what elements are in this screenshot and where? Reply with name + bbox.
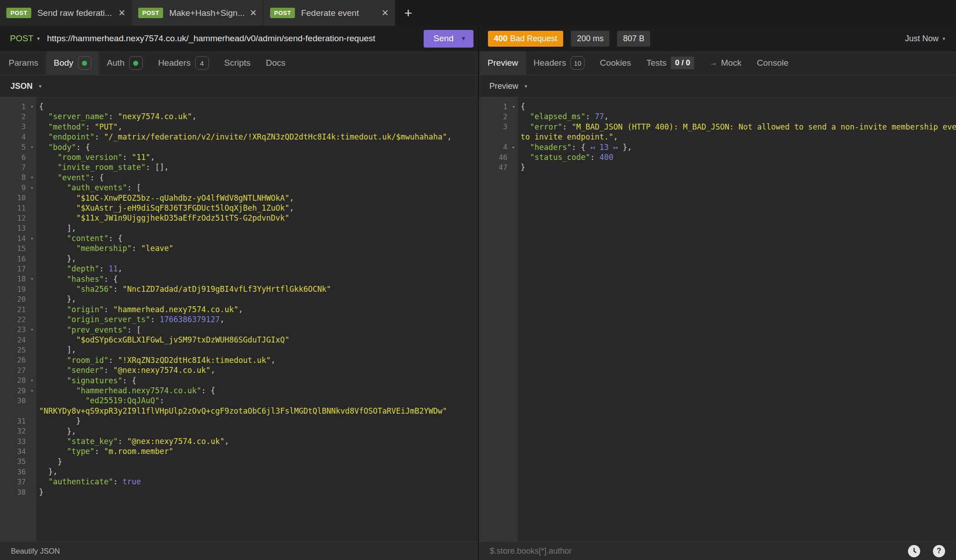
gutter: 5▾ [0,143,36,151]
new-tab-button[interactable]: + [396,0,421,26]
line-number: 23 [0,325,28,334]
line-number: 1 [0,102,28,111]
request-tab-make-hash-sign[interactable]: POST Make+Hash+Sign... ✕ [132,0,264,26]
code-text: { [36,101,43,111]
tab-scripts[interactable]: Scripts [217,51,258,75]
code-line: 29▾ "hammerhead.nexy7574.co.uk": { [0,386,478,396]
green-dot-icon [133,61,138,66]
code-text: } [36,416,81,426]
response-timestamp-dropdown[interactable]: Just Now ▾ [905,34,945,43]
code-text: "signatures": { [36,376,136,386]
tab-title: Send raw federati... [37,8,114,18]
gutter: 26 [0,356,36,364]
beautify-json-button[interactable]: Beautify JSON [11,547,60,555]
send-label: Send [434,34,454,43]
line-number: 4 [479,143,509,151]
code-line: 27 "sender": "@nex:nexy7574.co.uk", [0,365,478,375]
tab-title: Federate event [301,8,377,18]
tab-auth[interactable]: Auth [99,51,150,75]
tab-response-headers[interactable]: Headers 10 [526,51,593,75]
send-button[interactable]: Send ▼ [424,30,473,48]
preview-mode-selector[interactable]: Preview ▾ [479,75,956,97]
gutter: 2 [0,112,36,121]
line-number: 3 [479,122,509,131]
fold-toggle-icon[interactable]: ▾ [28,185,36,191]
code-line: 2 "server_name": "nexy7574.co.uk", [0,111,478,121]
code-line: 24 "$odSYp6cxGBLX1FGwL_jvSM97txDzWUH86SG… [0,335,478,345]
fold-toggle-icon[interactable]: ▾ [28,236,36,241]
history-clock-icon[interactable] [908,545,920,557]
code-line: 30 "ed25519:QqJAuQ": [0,396,478,406]
fold-toggle-icon[interactable]: ▾ [28,144,36,150]
code-line: 15 "membership": "leave" [0,243,478,253]
line-number: 46 [479,153,509,162]
help-icon[interactable]: ? [933,545,945,557]
gutter: 21 [0,305,36,314]
tab-preview[interactable]: Preview [480,51,526,75]
fold-toggle-icon[interactable]: ▾ [28,104,36,110]
line-number: 17 [0,265,28,273]
code-line: 11 "$XuAstr_j-eH9diSqF8J6T3FGDUct5lOqXjB… [0,203,478,213]
tab-mock[interactable]: → Mock [702,51,749,75]
body-type-selector[interactable]: JSON ▾ [0,75,478,97]
gutter: 1▾ [479,102,518,111]
close-icon[interactable]: ✕ [381,8,389,18]
code-text: "hashes": { [36,274,118,284]
tab-docs[interactable]: Docs [258,51,293,75]
gutter: 2 [479,112,518,121]
line-number: 10 [0,193,28,202]
gutter: 4▸ [479,143,518,151]
fold-toggle-icon[interactable]: ▾ [28,388,36,394]
line-number: 22 [0,315,28,324]
code-text: "hammerhead.nexy7574.co.uk": { [36,386,215,396]
tab-cookies[interactable]: Cookies [592,51,639,75]
close-icon[interactable]: ✕ [250,8,257,18]
tab-headers[interactable]: Headers 4 [150,51,217,75]
request-tab-federate-event[interactable]: POST Federate event ✕ [264,0,396,26]
code-text: "sender": "@nex:nexy7574.co.uk", [36,365,215,375]
timestamp-label: Just Now [905,34,938,43]
jsonpath-filter-input[interactable] [490,546,908,556]
code-text: "invite_room_state": [], [36,162,169,172]
gutter: 8▾ [0,173,36,182]
url-input[interactable]: https://hammerhead.nexy7574.co.uk/_hamme… [47,34,424,43]
send-options-caret-icon[interactable]: ▼ [461,35,466,42]
method-selector[interactable]: POST [10,34,34,43]
fold-toggle-icon[interactable]: ▾ [509,104,518,110]
tab-tests[interactable]: Tests 0 / 0 [639,51,702,75]
code-text: "error": "M_BAD_JSON (HTTP 400): M_BAD_J… [518,122,956,132]
code-line: 4▸ "headers": { ↤ 13 ↦ }, [479,142,956,152]
fold-toggle-icon[interactable]: ▸ [509,144,518,150]
code-line: 16 }, [0,254,478,264]
line-number: 30 [0,396,28,405]
tab-console[interactable]: Console [749,51,797,75]
tab-body[interactable]: Body [46,51,99,75]
url-row: POST ▾ https://hammerhead.nexy7574.co.uk… [0,26,956,51]
code-line: 37 "authenticate": true [0,477,478,487]
tab-params[interactable]: Params [1,51,46,75]
code-line: 14▾ "content": { [0,233,478,243]
code-text: ], [36,345,76,355]
gutter: 22 [0,315,36,324]
code-line: 35 } [0,457,478,467]
fold-toggle-icon[interactable]: ▾ [28,276,36,282]
fold-toggle-icon[interactable]: ▾ [28,377,36,383]
fold-toggle-icon[interactable]: ▾ [28,327,36,333]
close-icon[interactable]: ✕ [118,8,126,18]
gutter: 46 [479,153,518,162]
request-tab-send-raw-federation[interactable]: POST Send raw federati... ✕ [0,0,132,26]
chevron-down-icon: ▾ [942,36,945,42]
code-text: ], [36,223,76,233]
line-number: 25 [0,346,28,354]
gutter: 47 [479,163,518,172]
code-text: "server_name": "nexy7574.co.uk", [36,111,197,121]
code-line: 2 "elapsed_ms": 77, [479,111,956,121]
request-body-editor[interactable]: 1▾{2 "server_name": "nexy7574.co.uk",3 "… [0,97,478,541]
response-body-viewer[interactable]: 1▾{2 "elapsed_ms": 77,3 "error": "M_BAD_… [479,97,956,541]
code-text: "headers": { ↤ 13 ↦ }, [518,142,632,152]
line-number: 4 [0,133,28,141]
fold-toggle-icon[interactable]: ▾ [28,174,36,180]
line-number: 26 [0,356,28,364]
chevron-down-icon[interactable]: ▾ [37,35,40,42]
code-text: "$XuAstr_j-eH9diSqF8J6T3FGDUct5lOqXjBeh_… [36,203,294,213]
